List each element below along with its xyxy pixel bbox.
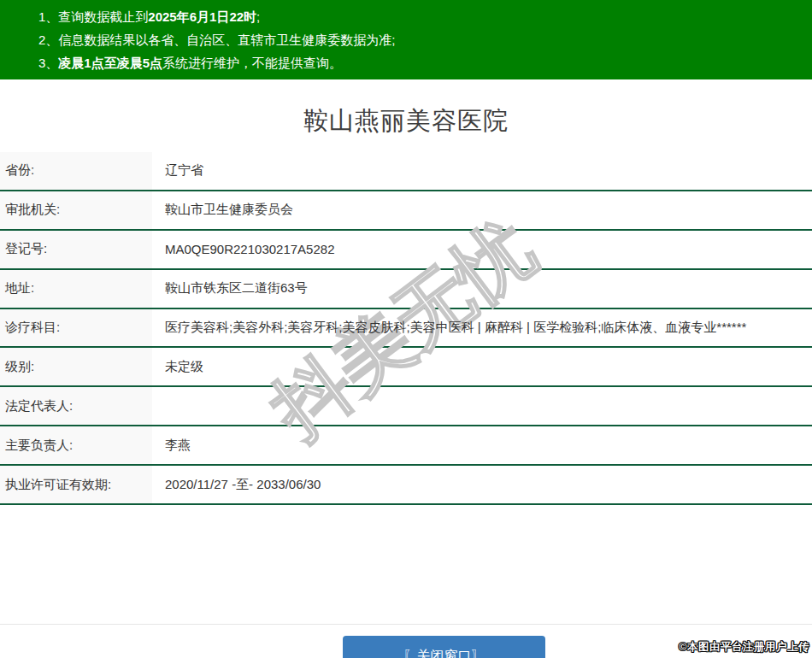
row-label-text: 执业许可证有效期: <box>5 477 111 493</box>
row-value-text: 辽宁省 <box>165 162 203 177</box>
row-value-text: 李燕 <box>165 438 191 452</box>
table-row-license-validity: 执业许可证有效期: 2020/11/27 -至- 2033/06/30 <box>0 466 812 505</box>
row-label-text: 地址: <box>5 280 34 297</box>
row-value: 医疗美容科;美容外科;美容牙科;美容皮肤科;美容中医科 | 麻醉科 | 医学检验… <box>152 320 812 336</box>
row-label-text: 审批机关: <box>5 202 60 218</box>
notice-line-1: 1、查询数据截止到2025年6月1日22时; <box>38 5 803 28</box>
notice-line-1-bold: 2025年6月1日22时 <box>148 9 256 24</box>
row-value: 鞍山市卫生健康委员会 <box>152 202 812 218</box>
notice-line-1-post: ; <box>256 9 260 24</box>
footer-divider <box>0 624 812 625</box>
table-row-approval-authority: 审批机关: 鞍山市卫生健康委员会 <box>0 191 812 231</box>
row-label-text: 级别: <box>5 359 34 375</box>
table-row-treatment-subjects: 诊疗科目: 医疗美容科;美容外科;美容牙科;美容皮肤科;美容中医科 | 麻醉科 … <box>0 309 812 349</box>
row-value-text: 鞍山市铁东区二道街63号 <box>165 280 308 295</box>
row-value-text: MA0QE90R221030217A5282 <box>165 242 335 256</box>
row-label: 法定代表人: <box>0 387 152 425</box>
row-value-text: 未定级 <box>165 359 203 373</box>
notice-line-1-text: 1、查询数据截止到 <box>38 9 148 24</box>
table-row-legal-representative: 法定代表人: <box>0 387 812 426</box>
row-label: 级别: <box>0 348 152 385</box>
notice-line-2-text: 2、信息数据结果以各省、自治区、直辖市卫生健康委数据为准; <box>38 32 396 47</box>
row-label: 诊疗科目: <box>0 309 152 347</box>
notice-line-3-text: 3、 <box>38 56 58 70</box>
close-window-button[interactable]: 〖关闭窗口〗 <box>343 636 545 658</box>
row-value: 李燕 <box>152 438 812 454</box>
row-label: 省份: <box>0 152 152 190</box>
row-label: 审批机关: <box>0 191 152 229</box>
row-label-text: 登记号: <box>5 241 47 257</box>
row-label-text: 省份: <box>5 162 34 179</box>
row-label: 地址: <box>0 270 152 308</box>
row-value-text: 鞍山市卫生健康委员会 <box>165 202 293 216</box>
page-title: 鞍山燕丽美容医院 <box>0 104 812 138</box>
row-value: 2020/11/27 -至- 2033/06/30 <box>152 477 812 493</box>
table-row-main-person-in-charge: 主要负责人: 李燕 <box>0 426 812 466</box>
table-row-address: 地址: 鞍山市铁东区二道街63号 <box>0 270 812 309</box>
notice-line-2: 2、信息数据结果以各省、自治区、直辖市卫生健康委数据为准; <box>38 28 803 51</box>
notice-line-3-post: 系统进行维护，不能提供查询。 <box>162 56 342 70</box>
notice-line-3-bold: 凌晨1点至凌晨5点 <box>58 56 162 70</box>
row-value: 未定级 <box>152 359 812 375</box>
table-row-level: 级别: 未定级 <box>0 348 812 387</box>
row-label: 执业许可证有效期: <box>0 466 152 503</box>
row-label-text: 主要负责人: <box>5 438 73 454</box>
row-label-text: 法定代表人: <box>5 398 73 414</box>
notice-line-3: 3、凌晨1点至凌晨5点系统进行维护，不能提供查询。 <box>38 51 803 74</box>
row-label-text: 诊疗科目: <box>5 320 60 336</box>
row-value-text: 2020/11/27 -至- 2033/06/30 <box>165 477 321 491</box>
row-value-text: 医疗美容科;美容外科;美容牙科;美容皮肤科;美容中医科 | 麻醉科 | 医学检验… <box>165 320 746 334</box>
table-row-province: 省份: 辽宁省 <box>0 152 812 191</box>
row-value: MA0QE90R221030217A5282 <box>152 242 812 256</box>
row-label: 主要负责人: <box>0 426 152 464</box>
notice-banner: 1、查询数据截止到2025年6月1日22时; 2、信息数据结果以各省、自治区、直… <box>0 0 812 79</box>
row-value: 鞍山市铁东区二道街63号 <box>152 280 812 297</box>
table-row-registration-number: 登记号: MA0QE90R221030217A5282 <box>0 231 812 270</box>
hospital-info-table: 省份: 辽宁省 审批机关: 鞍山市卫生健康委员会 登记号: MA0QE90R22… <box>0 152 812 505</box>
upload-credit-text: ©本图由平台注册用户上传 <box>679 640 809 655</box>
row-label: 登记号: <box>0 231 152 268</box>
row-value: 辽宁省 <box>152 162 812 179</box>
